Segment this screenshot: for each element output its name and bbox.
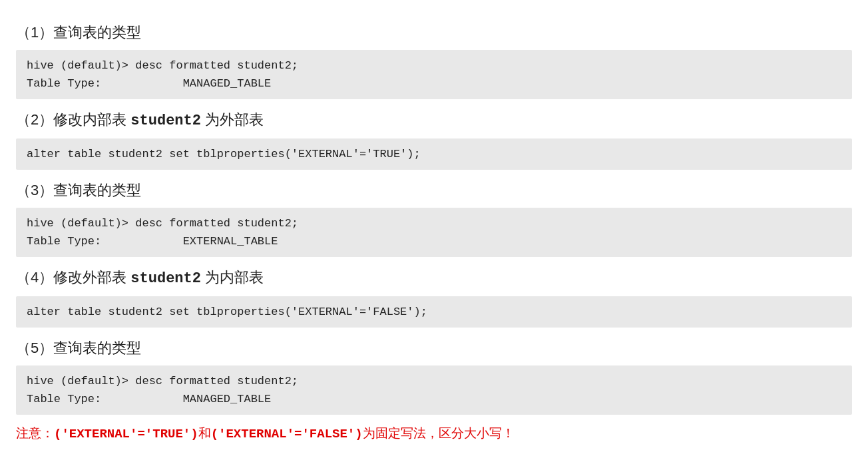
section-4: （4）修改外部表 student2 为内部表 alter table stude…	[16, 268, 852, 328]
section-1-code: hive (default)> desc formatted student2;…	[16, 50, 852, 99]
section-2-code: alter table student2 set tblproperties('…	[16, 138, 852, 170]
section-1-heading: （1）查询表的类型	[16, 23, 852, 43]
section-4-heading: （4）修改外部表 student2 为内部表	[16, 268, 852, 290]
section-1: （1）查询表的类型 hive (default)> desc formatted…	[16, 23, 852, 99]
section-2: （2）修改内部表 student2 为外部表 alter table stude…	[16, 110, 852, 170]
section-5: （5）查询表的类型 hive (default)> desc formatted…	[16, 338, 852, 415]
section-2-heading: （2）修改内部表 student2 为外部表	[16, 110, 852, 132]
section-3: （3）查询表的类型 hive (default)> desc formatted…	[16, 180, 852, 257]
section-4-code: alter table student2 set tblproperties('…	[16, 296, 852, 328]
section-3-code: hive (default)> desc formatted student2;…	[16, 208, 852, 257]
section-3-heading: （3）查询表的类型	[16, 180, 852, 201]
section-5-heading: （5）查询表的类型	[16, 338, 852, 359]
section-5-code: hive (default)> desc formatted student2;…	[16, 365, 852, 415]
note-line: 注意：('EXTERNAL'='TRUE')和('EXTERNAL'='FALS…	[16, 424, 852, 444]
